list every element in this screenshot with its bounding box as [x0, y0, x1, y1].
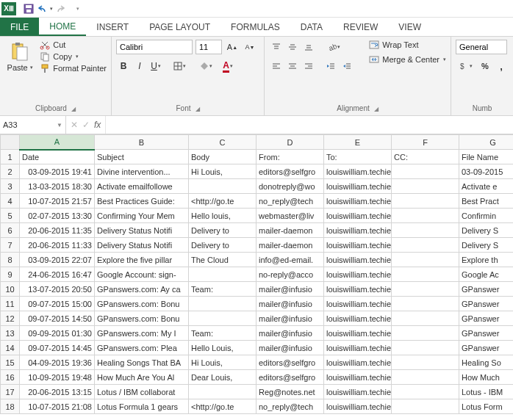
cell[interactable]: Activate e — [459, 179, 514, 194]
cell[interactable]: webmaster@liv — [256, 209, 324, 223]
cell[interactable]: GPanswers.com: My I — [95, 326, 189, 341]
cell[interactable]: louiswilliam.techie@gmail.c — [324, 355, 392, 370]
wrap-text-button[interactable]: Wrap Text — [369, 40, 446, 50]
cell[interactable] — [392, 297, 459, 311]
cell[interactable] — [392, 179, 459, 194]
accounting-format-button[interactable]: $▾ — [456, 59, 476, 73]
column-header[interactable]: B — [95, 135, 189, 150]
cell[interactable]: 09-09-2015 01:30 — [20, 326, 95, 341]
row-header[interactable]: 2 — [1, 164, 20, 179]
row-header[interactable]: 8 — [1, 253, 20, 267]
row-header[interactable]: 9 — [1, 267, 20, 282]
column-header[interactable]: F — [392, 135, 459, 150]
cell[interactable]: Team: — [189, 282, 256, 297]
cell[interactable]: How Much Are You Al — [95, 370, 189, 385]
format-painter-button[interactable]: Format Painter — [40, 63, 107, 73]
cell[interactable]: 03-09-2015 — [459, 164, 514, 179]
cell[interactable] — [392, 223, 459, 238]
cell[interactable]: <http://go.te — [189, 399, 256, 414]
cell[interactable]: <http://go.te — [189, 194, 256, 209]
paste-button[interactable]: Paste▾ — [4, 40, 35, 72]
cell[interactable] — [392, 399, 459, 414]
cell[interactable]: mailer@infusio — [256, 311, 324, 326]
cell[interactable]: Dear Louis, — [189, 370, 256, 385]
row-header[interactable]: 15 — [1, 355, 20, 370]
select-all-corner[interactable] — [1, 135, 20, 150]
cell[interactable]: louiswilliam.techie@gmail.c — [324, 326, 392, 341]
cell[interactable]: mailer@infusio — [256, 282, 324, 297]
cell[interactable]: louiswilliam.techie@gmail.c — [324, 267, 392, 282]
cell[interactable] — [392, 209, 459, 223]
cell[interactable]: GPanswers.com: Ay ca — [95, 282, 189, 297]
row-header[interactable]: 14 — [1, 341, 20, 355]
cell[interactable]: 10-07-2015 21:57 — [20, 194, 95, 209]
tab-data[interactable]: DATA — [290, 18, 333, 36]
cell[interactable]: Explore the five pillar — [95, 253, 189, 267]
bold-button[interactable]: B — [116, 59, 131, 73]
align-bottom-button[interactable] — [301, 40, 316, 54]
cell[interactable]: louiswilliam.techie@gmail.c — [324, 282, 392, 297]
italic-button[interactable]: I — [132, 59, 147, 73]
merge-center-button[interactable]: Merge & Center▾ — [369, 54, 446, 65]
cell[interactable]: Hello Louis, — [189, 341, 256, 355]
row-header[interactable]: 16 — [1, 370, 20, 385]
cell[interactable]: Confirming Your Mem — [95, 209, 189, 223]
fill-color-button[interactable]: ▾ — [195, 59, 216, 73]
cell[interactable] — [392, 267, 459, 282]
cell[interactable]: louiswilliam.techie@gmail.c — [324, 253, 392, 267]
cell[interactable]: 10-09-2015 19:48 — [20, 370, 95, 385]
alignment-launcher-icon[interactable]: ◢ — [374, 106, 379, 112]
cell[interactable]: editors@selfgro — [256, 355, 324, 370]
tab-page-layout[interactable]: PAGE LAYOUT — [139, 18, 220, 36]
cell[interactable]: Lotus Formula 1 gears — [95, 399, 189, 414]
cell[interactable]: louiswilliam.techie@gmail.c — [324, 164, 392, 179]
font-name-input[interactable] — [116, 40, 193, 54]
column-header[interactable]: E — [324, 135, 392, 150]
row-header[interactable]: 17 — [1, 385, 20, 399]
cell[interactable]: donotreply@wo — [256, 179, 324, 194]
cell[interactable]: GPanswer — [459, 311, 514, 326]
cell[interactable]: The Cloud — [189, 253, 256, 267]
column-header[interactable]: C — [189, 135, 256, 150]
cell[interactable]: info@ed-email. — [256, 253, 324, 267]
cell[interactable]: Activate emailfollowe — [95, 179, 189, 194]
row-header[interactable]: 6 — [1, 223, 20, 238]
cell[interactable]: mailer@infusio — [256, 341, 324, 355]
cell[interactable]: Lotus - IBM — [459, 385, 514, 399]
undo-button[interactable]: ▾ — [37, 1, 53, 17]
row-header[interactable]: 5 — [1, 209, 20, 223]
comma-button[interactable]: , — [494, 59, 509, 73]
cell[interactable]: Delivery to — [189, 238, 256, 253]
cell[interactable] — [392, 282, 459, 297]
cell[interactable]: 13-03-2015 18:30 — [20, 179, 95, 194]
cell[interactable]: Delivery S — [459, 238, 514, 253]
cell[interactable]: Best Pract — [459, 194, 514, 209]
row-header[interactable]: 3 — [1, 179, 20, 194]
cell[interactable]: editors@selfgro — [256, 370, 324, 385]
cell[interactable]: louiswilliam.techie@gmail.c — [324, 370, 392, 385]
cell[interactable] — [392, 385, 459, 399]
enter-formula-icon[interactable]: ✓ — [82, 120, 90, 130]
cell[interactable]: Delivery S — [459, 223, 514, 238]
cell[interactable] — [189, 385, 256, 399]
decrease-font-button[interactable]: A▼ — [243, 40, 257, 54]
cell[interactable]: GPanswer — [459, 341, 514, 355]
row-header[interactable]: 18 — [1, 399, 20, 414]
cell[interactable]: GPanswers.com: Bonu — [95, 311, 189, 326]
clipboard-launcher-icon[interactable]: ◢ — [71, 106, 76, 112]
cell[interactable]: editors@selfgro — [256, 164, 324, 179]
row-header[interactable]: 1 — [1, 150, 20, 164]
cell[interactable]: louiswilliam.techie@gmail.c — [324, 179, 392, 194]
cut-button[interactable]: Cut — [40, 40, 107, 50]
cell[interactable]: Hello louis, — [189, 209, 256, 223]
cell[interactable] — [189, 297, 256, 311]
cell[interactable]: GPanswer — [459, 282, 514, 297]
cell[interactable]: mailer@infusio — [256, 297, 324, 311]
cell[interactable]: mailer-daemon — [256, 238, 324, 253]
row-header[interactable]: 12 — [1, 311, 20, 326]
row-header[interactable]: 4 — [1, 194, 20, 209]
cell[interactable]: Delivery Status Notifi — [95, 223, 189, 238]
cell[interactable]: Body — [189, 150, 256, 164]
cell[interactable]: louiswilliam.techie@gmail.c — [324, 341, 392, 355]
cell[interactable] — [392, 194, 459, 209]
